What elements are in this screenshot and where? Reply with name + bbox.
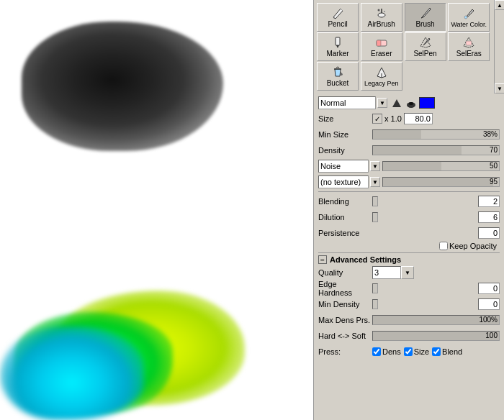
advanced-settings-label: Advanced Settings (330, 255, 401, 264)
density-slider[interactable]: 70 (372, 145, 500, 155)
hard-soft-fill (373, 332, 499, 340)
dilution-row: Dilution 6 (318, 210, 500, 224)
texture-label: (no texture) (320, 178, 361, 186)
dilution-label: Dilution (318, 213, 372, 222)
size-row: Size ✓ x 1.0 80.0 (318, 111, 500, 126)
press-dens-checkbox[interactable] (372, 347, 381, 356)
color-box-blue[interactable] (419, 97, 435, 109)
quality-label: Quality (318, 268, 372, 277)
press-dens-label: Dens (382, 347, 401, 356)
max-dens-prs-slider[interactable]: 100% (372, 315, 500, 325)
right-panel: Pencil AirBrush Brush Water C (313, 0, 504, 420)
max-dens-prs-text: 100% (479, 316, 498, 324)
advanced-settings-header: − Advanced Settings (318, 255, 500, 264)
brush-strokes-color (0, 262, 313, 420)
brush-stroke-cyan (0, 327, 144, 420)
edge-hardness-value[interactable]: 0 (478, 283, 500, 294)
brush-shape-hard[interactable] (405, 98, 418, 108)
svg-rect-8 (377, 40, 381, 46)
tool-marker-label: Marker (326, 50, 348, 58)
min-density-label: Min Density (318, 300, 372, 309)
svg-point-11 (409, 102, 413, 105)
min-density-slider[interactable] (372, 299, 378, 309)
min-size-label: Min Size (318, 130, 372, 139)
blend-mode-dropdown[interactable]: Normal (318, 96, 376, 109)
tool-airbrush[interactable]: AirBrush (361, 3, 402, 32)
tool-brush[interactable]: Brush (405, 3, 446, 32)
tool-selpen[interactable]: SelPen (405, 32, 446, 61)
edge-hardness-slider[interactable] (372, 283, 378, 293)
size-value[interactable]: 80.0 (404, 113, 433, 124)
svg-rect-6 (336, 37, 340, 45)
dilution-slider-small[interactable] (372, 212, 378, 222)
quality-dropdown-btn[interactable]: ▼ (401, 266, 414, 279)
blend-mode-arrow[interactable]: ▼ (377, 98, 387, 108)
noise-dropdown-arrow[interactable]: ▼ (370, 161, 380, 171)
density-text: 70 (490, 146, 498, 155)
texture-dropdown[interactable]: (no texture) (318, 175, 369, 188)
noise-dropdown[interactable]: Noise (318, 160, 369, 173)
svg-point-2 (377, 9, 379, 12)
blend-mode-row: Normal ▼ (318, 96, 500, 110)
persistence-label: Persistence (318, 229, 372, 237)
press-blend-checkbox[interactable] (432, 347, 441, 356)
texture-slider[interactable]: 95 (382, 177, 500, 187)
tool-watercolor[interactable]: Water Color. (448, 3, 490, 32)
edge-hardness-row: Edge Hardness 0 (318, 281, 500, 296)
texture-row: (no texture) ▼ 95 (318, 175, 500, 189)
canvas-area[interactable] (0, 0, 313, 420)
controls-section: Normal ▼ (314, 93, 504, 362)
scroll-down-btn[interactable]: ▼ (495, 83, 504, 93)
keep-opacity-checkbox[interactable] (439, 242, 448, 250)
min-size-row: Min Size 38% (318, 127, 500, 142)
tool-grid: Pencil AirBrush Brush Water C (314, 0, 504, 93)
blending-value[interactable]: 2 (478, 196, 500, 207)
scroll-up-btn[interactable]: ▲ (495, 0, 504, 10)
tool-bucket[interactable]: Bucket (317, 62, 359, 91)
keep-opacity-row: Keep Opacity (318, 242, 500, 250)
min-size-slider[interactable]: 38% (372, 129, 500, 140)
quality-value: 3 (374, 268, 379, 277)
press-label: Press: (318, 347, 372, 356)
hard-soft-slider[interactable]: 100 (372, 331, 500, 341)
svg-point-5 (464, 16, 467, 19)
size-checkbox[interactable]: ✓ (372, 114, 382, 124)
noise-value-label: Noise (320, 162, 341, 170)
tool-watercolor-label: Water Color. (451, 21, 487, 28)
tool-marker[interactable]: Marker (317, 32, 359, 61)
quality-select[interactable]: 3 (372, 266, 401, 279)
noise-fill (383, 162, 441, 170)
noise-slider[interactable]: 50 (382, 161, 500, 171)
tool-seleras[interactable]: SelEras (448, 32, 490, 61)
min-density-value[interactable]: 0 (478, 298, 500, 310)
tool-empty2 (448, 62, 490, 91)
texture-text: 95 (490, 178, 498, 186)
texture-fill (383, 178, 493, 186)
tool-eraser[interactable]: Eraser (361, 32, 402, 61)
min-density-row: Min Density 0 (318, 297, 500, 311)
brush-stroke-black (22, 22, 223, 151)
hard-soft-label: Hard <-> Soft (318, 332, 372, 340)
noise-row: Noise ▼ 50 (318, 159, 500, 173)
brush-shape-round[interactable] (390, 98, 403, 108)
tool-scrollbar[interactable]: ▲ ▼ (494, 0, 504, 93)
tool-pencil-label: Pencil (328, 20, 347, 28)
size-multiplier: x 1.0 (384, 114, 402, 123)
tool-empty1 (405, 62, 446, 91)
max-dens-prs-label: Max Dens Prs. (318, 316, 372, 324)
svg-point-3 (384, 11, 385, 12)
press-size-checkbox[interactable] (404, 347, 413, 356)
tool-legacypen-label: Legacy Pen (364, 80, 399, 87)
max-dens-prs-row: Max Dens Prs. 100% (318, 313, 500, 327)
tool-pencil[interactable]: Pencil (317, 3, 359, 32)
blending-slider-small[interactable] (372, 196, 378, 206)
dilution-value[interactable]: 6 (478, 211, 500, 223)
advanced-settings-toggle[interactable]: − (318, 255, 327, 264)
press-row: Press: Dens Size Blend (318, 344, 500, 359)
blending-row: Blending 2 (318, 194, 500, 209)
persistence-value[interactable]: 0 (478, 227, 500, 239)
tool-legacypen[interactable]: Legacy Pen (361, 62, 402, 91)
tool-eraser-label: Eraser (371, 50, 392, 58)
blend-mode-value: Normal (320, 99, 346, 107)
texture-dropdown-arrow[interactable]: ▼ (370, 177, 380, 187)
